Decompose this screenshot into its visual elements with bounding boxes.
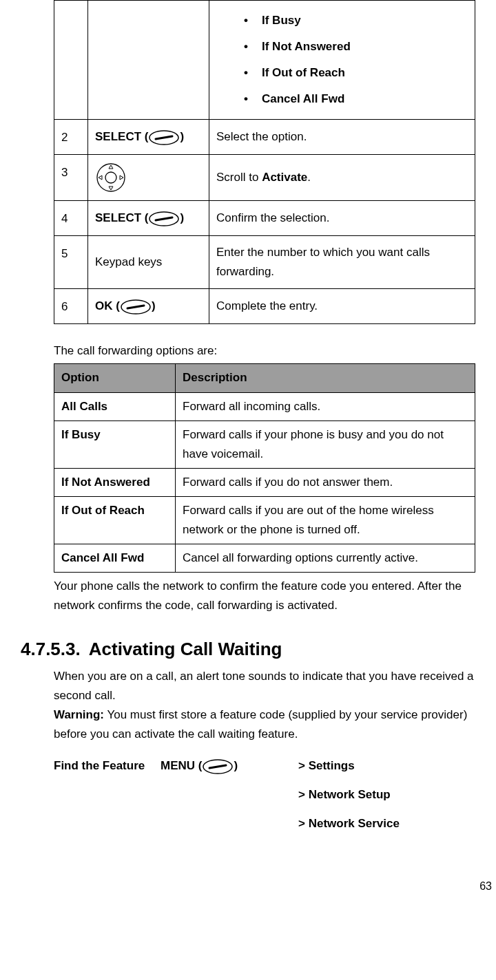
press-label: Keypad keys — [88, 236, 209, 289]
bullet-item: If Out of Reach — [244, 60, 468, 86]
step-number: 2 — [54, 120, 88, 155]
step-number: 4 — [54, 201, 88, 236]
svg-marker-6 — [99, 175, 102, 180]
step-desc: Enter the number to which you want calls… — [209, 236, 475, 289]
step-number: 5 — [54, 236, 88, 289]
press-label-post: ) — [180, 211, 184, 224]
svg-line-11 — [127, 306, 144, 308]
warning-text: You must first store a feature code (sup… — [54, 708, 467, 741]
options-header-desc: Description — [176, 364, 475, 392]
softkey-icon — [120, 297, 152, 317]
option-desc: Forward calls if you are out of the home… — [176, 496, 475, 544]
ftf-path-item: > Network Setup — [298, 785, 475, 805]
options-header-option: Option — [54, 364, 176, 392]
press-label-pre: SELECT ( — [95, 130, 148, 143]
step-row: 2 SELECT () Select the option. — [54, 120, 475, 155]
step-row: 6 OK () Complete the entry. — [54, 289, 475, 324]
option-row: If Busy Forward calls if your phone is b… — [54, 420, 475, 468]
press-label-pre: SELECT ( — [95, 211, 148, 224]
section-number: 4.7.5.3. — [21, 635, 81, 664]
step-desc: Complete the entry. — [209, 289, 475, 324]
ftf-path: > Settings > Network Setup > Network Ser… — [298, 756, 475, 843]
ftf-label: Find the Feature — [54, 756, 161, 843]
press-label-post: ) — [180, 130, 184, 143]
steps-table: If Busy If Not Answered If Out of Reach … — [54, 0, 475, 324]
step-number: 6 — [54, 289, 88, 324]
section-title: Activating Call Waiting — [89, 639, 282, 659]
bullet-item: Cancel All Fwd — [244, 86, 468, 112]
step-desc: Scroll to Activate. — [209, 155, 475, 201]
step-desc: Confirm the selection. — [209, 201, 475, 236]
after-options-text: Your phone calls the network to confirm … — [54, 577, 475, 615]
step-number: 3 — [54, 155, 88, 201]
option-row: Cancel All Fwd Cancel all forwarding opt… — [54, 544, 475, 572]
nav-wheel-icon — [95, 171, 127, 184]
section-heading: 4.7.5.3.Activating Call Waiting — [21, 635, 475, 664]
options-intro: The call forwarding options are: — [54, 341, 475, 361]
svg-marker-5 — [109, 187, 113, 190]
option-desc: Cancel all forwarding options currently … — [176, 544, 475, 572]
options-table: Option Description All Calls Forward all… — [54, 363, 475, 572]
press-label-post: ) — [152, 299, 156, 312]
page-number: 63 — [0, 877, 496, 895]
step-row: 4 SELECT () Confirm the selection. — [54, 201, 475, 236]
option-name: Cancel All Fwd — [54, 544, 176, 572]
step-row: 3 Scroll to Activate. — [54, 155, 475, 201]
option-row: All Calls Forward all incoming calls. — [54, 392, 475, 420]
option-desc: Forward calls if you do not answer them. — [176, 468, 475, 496]
svg-line-9 — [156, 217, 172, 220]
softkey-icon — [148, 127, 180, 147]
step-row: 5 Keypad keys Enter the number to which … — [54, 236, 475, 289]
option-row: If Out of Reach Forward calls if you are… — [54, 496, 475, 544]
warning-label: Warning: — [54, 708, 104, 721]
option-desc: Forward calls if your phone is busy and … — [176, 420, 475, 468]
svg-line-1 — [156, 136, 172, 139]
option-name: All Calls — [54, 392, 176, 420]
press-label-pre: OK ( — [95, 299, 120, 312]
svg-line-13 — [209, 765, 226, 768]
step-desc: Select the option. — [209, 120, 475, 155]
forward-options-bullets: If Busy If Not Answered If Out of Reach … — [216, 8, 468, 112]
bullet-item: If Not Answered — [244, 34, 468, 60]
option-row: If Not Answered Forward calls if you do … — [54, 468, 475, 496]
svg-point-2 — [97, 164, 125, 191]
svg-marker-4 — [109, 165, 113, 169]
svg-point-3 — [105, 172, 116, 183]
softkey-icon — [202, 757, 234, 776]
ftf-menu: MENU () — [161, 756, 298, 843]
find-the-feature: Find the Feature MENU () > Settings > Ne… — [54, 756, 475, 843]
ftf-path-item: > Network Service — [298, 814, 475, 833]
warning-paragraph: Warning: You must first store a feature … — [54, 705, 475, 744]
bullet-item: If Busy — [244, 8, 468, 34]
call-waiting-intro: When you are on a call, an alert tone so… — [54, 667, 475, 705]
option-desc: Forward all incoming calls. — [176, 392, 475, 420]
ftf-path-item: > Settings — [298, 756, 475, 776]
softkey-icon — [148, 209, 180, 228]
svg-marker-7 — [120, 175, 123, 180]
option-name: If Not Answered — [54, 468, 176, 496]
option-name: If Busy — [54, 420, 176, 468]
option-name: If Out of Reach — [54, 496, 176, 544]
